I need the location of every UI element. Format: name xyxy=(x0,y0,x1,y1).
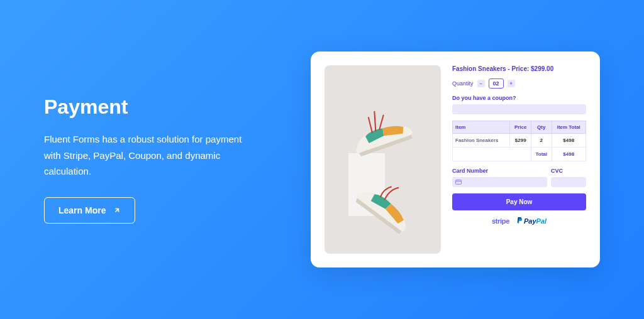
td-price: $299 xyxy=(510,134,531,148)
quantity-value: 02 xyxy=(489,78,504,89)
payment-providers: stripe PayPal xyxy=(452,217,586,225)
table-total-row: Total $498 xyxy=(453,148,586,161)
quantity-row: Quantity − 02 + xyxy=(452,78,586,89)
page-description: Fluent Forms has a robust solution for p… xyxy=(44,131,258,180)
paypal-icon xyxy=(517,217,523,224)
credit-card-icon xyxy=(455,180,462,185)
total-label: Total xyxy=(531,148,552,161)
coupon-label: Do you have a coupon? xyxy=(452,95,586,101)
card-number-input[interactable] xyxy=(452,177,547,187)
quantity-label: Quantity xyxy=(452,80,474,87)
td-item: Fashion Sneakers xyxy=(453,134,510,148)
cvc-label: CVC xyxy=(551,168,586,174)
th-total: Item Total xyxy=(552,121,586,134)
product-image xyxy=(325,65,441,254)
paypal-logo: PayPal xyxy=(517,217,547,225)
stripe-logo: stripe xyxy=(492,217,509,225)
learn-more-label: Learn More xyxy=(58,205,106,215)
arrow-up-right-icon xyxy=(113,207,121,214)
learn-more-button[interactable]: Learn More xyxy=(44,197,135,224)
table-row: Fashion Sneakers $299 2 $498 xyxy=(453,134,586,148)
th-item: Item xyxy=(453,121,510,134)
product-title: Fashion Sneakers - Price: $299.00 xyxy=(452,65,586,72)
svg-rect-2 xyxy=(455,180,461,185)
form-column: Fashion Sneakers - Price: $299.00 Quanti… xyxy=(452,65,586,254)
order-table: Item Price Qty Item Total Fashion Sneake… xyxy=(452,121,586,161)
td-total: $498 xyxy=(552,134,586,148)
page-title: Payment xyxy=(44,95,286,119)
card-number-label: Card Number xyxy=(452,168,547,174)
payment-form-card: Fashion Sneakers - Price: $299.00 Quanti… xyxy=(311,51,600,268)
th-qty: Qty xyxy=(531,121,552,134)
quantity-increase-button[interactable]: + xyxy=(508,80,515,87)
total-value: $498 xyxy=(552,148,586,161)
quantity-decrease-button[interactable]: − xyxy=(477,80,485,87)
coupon-input[interactable] xyxy=(452,104,586,114)
th-price: Price xyxy=(510,121,531,134)
pay-now-button[interactable]: Pay Now xyxy=(452,193,586,210)
td-qty: 2 xyxy=(531,134,552,148)
cvc-input[interactable] xyxy=(551,177,586,187)
